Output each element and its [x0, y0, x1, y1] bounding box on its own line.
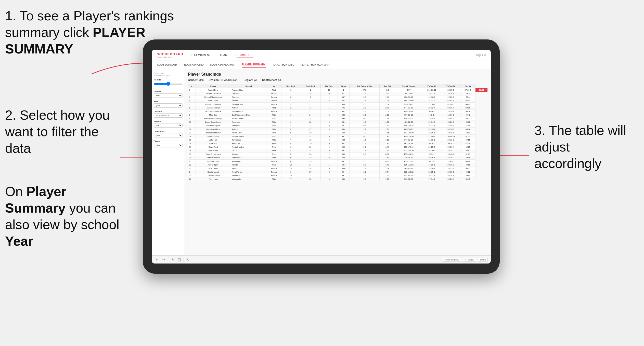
table-cell: 12-10-2 [422, 95, 441, 99]
nav-sign-out[interactable]: Sign out [476, 54, 486, 57]
table-cell: 3 [188, 95, 196, 99]
table-cell: 42.75 [460, 135, 475, 138]
sub-nav-team-h2h-heatmap[interactable]: TEAM H2H HEATMAP [210, 62, 236, 68]
sub-nav-player-h2h-heatmap[interactable]: PLAYER H2H HEATMAP [301, 62, 329, 68]
table-cell: 22 [300, 135, 320, 138]
table-cell: 35-26-4 [441, 177, 460, 181]
table-cell: North Carolina [231, 135, 266, 138]
col-rank: # [188, 84, 196, 88]
share-btn[interactable]: Share [478, 258, 488, 262]
sub-nav-team-summary[interactable]: TEAM SUMMARY [157, 62, 178, 68]
gender-select[interactable]: Men [154, 93, 183, 98]
table-cell: 4 [281, 149, 300, 153]
table-cell: 5 [281, 128, 300, 131]
table-cell: 48-35-9 [441, 156, 460, 160]
sub-nav-player-summary[interactable]: PLAYER SUMMARY [242, 62, 266, 68]
table-cell: North Carolina [231, 145, 266, 149]
table-cell: 500-155-30 [395, 149, 422, 153]
table-cell: 69.1 [338, 149, 349, 153]
nav-item-committee[interactable]: COMMITTEE [237, 52, 253, 58]
table-cell: 1.41 [380, 135, 395, 138]
table-cell: 547-142-98 [395, 99, 422, 103]
no-rds-slider[interactable] [154, 82, 183, 86]
undo-icon[interactable]: ↩ [155, 257, 159, 262]
table-cell: 1 [338, 88, 349, 92]
nav-item-tournaments[interactable]: TOURNAMENTS [191, 52, 213, 58]
table-title: Player Standings [188, 72, 488, 77]
table-cell: Alex Goff [196, 142, 231, 145]
table-cell: 9 [300, 95, 320, 99]
view-original-btn[interactable]: View: Original [443, 258, 461, 262]
paste-icon[interactable]: 📋 [177, 257, 182, 262]
table-cell: -0.5 [349, 117, 379, 120]
table-cell: 514-111-52 [395, 163, 422, 167]
table-cell: 8-6-1 [422, 113, 441, 117]
table-cell: 429-198-22 [395, 153, 422, 156]
table-cell: 21 [188, 160, 196, 163]
watch-btn[interactable]: 👁 Watch [463, 258, 476, 262]
sidebar-year-section: Year (All) [154, 100, 183, 108]
region-select[interactable]: N/A [154, 123, 183, 128]
annotation-bottom-left: On Player Summary you can also view by s… [5, 183, 122, 250]
table-cell: 40.98 [460, 156, 475, 160]
table-row: 6Jackson KoivunAuburnFirst217167.3-2.02.… [188, 106, 488, 110]
table-cell: 1.50 [380, 124, 395, 128]
table-cell: Fourth [266, 160, 281, 163]
sidebar-no-rds-label: No Rds. [154, 79, 183, 81]
table-cell: -1.5 [349, 120, 379, 124]
table-cell: 5 [188, 103, 196, 106]
table-cell: 13 [188, 131, 196, 135]
sub-nav-player-h2h-grid[interactable]: PLAYER H2H GRID [272, 62, 294, 68]
redo-icon[interactable]: ↪ [161, 257, 166, 262]
table-cell: 11 [188, 124, 196, 128]
table-cell: 25 [300, 177, 320, 181]
table-cell: Ole Miss [231, 92, 266, 95]
table-cell: 2.72 [380, 106, 395, 110]
table-cell: 452-96-12 [395, 174, 422, 177]
table-row: 21Taehoon SongWashingtonFourth423169.1-1… [188, 160, 488, 163]
table-cell: 1 [281, 113, 300, 117]
table-cell: 2 [320, 103, 338, 106]
table-cell: 8-21-1 [422, 153, 441, 156]
table-cell: 2 [320, 113, 338, 117]
sidebar-region-label: Region [154, 120, 183, 122]
year-select[interactable]: (All) [154, 103, 183, 108]
table-cell: 54-51-4 [441, 145, 460, 149]
table-cell: 387-133-16 [395, 124, 422, 128]
col-overall-record: Overall Record [395, 84, 422, 88]
table-cell: -1.6 [349, 177, 379, 181]
nav-item-teams[interactable]: TEAMS [220, 52, 229, 58]
refresh-icon[interactable]: ↻ [186, 257, 190, 262]
table-cell: 38-40-4 [441, 131, 460, 135]
table-cell: 412-221-24 [395, 117, 422, 120]
table-cell: Vanderbilt [231, 156, 266, 160]
table-cell: 1 [281, 99, 300, 103]
sub-nav-team-h2h-grid[interactable]: TEAM H2H GRID [184, 62, 204, 68]
table-cell: Bastien Amat [196, 170, 231, 174]
table-cell: Third [266, 124, 281, 128]
table-row: 10Jacob Skov OlesenArkansasFifth122068.4… [188, 120, 488, 124]
table-cell: 27 [300, 128, 320, 131]
table-cell: 23 [300, 156, 320, 160]
table-row: 23Jack LundinMissouriFourth1124068.6-2.3… [188, 167, 488, 170]
division-select[interactable]: NCAA Division I [154, 113, 183, 118]
table-cell: 1 [320, 131, 338, 135]
copy-icon[interactable]: ⎘ [170, 257, 175, 262]
table-row: 19Tiger ChristensenArizonaThird523269.2-… [188, 153, 488, 156]
table-cell: 6 [188, 106, 196, 110]
table-cell: 1.65 [380, 174, 395, 177]
table-cell: 0 [320, 124, 338, 128]
table-cell: 18-7-3 [441, 142, 460, 145]
table-cell: 1 [281, 170, 300, 174]
table-cell: 2 [320, 153, 338, 156]
table-cell: Nicholas Gabrelcik [196, 110, 231, 113]
table-cell: First [266, 88, 281, 92]
table-cell: New Mexico [231, 170, 266, 174]
player-select[interactable]: (All) [154, 143, 183, 147]
conference-select[interactable]: (All) [154, 133, 183, 137]
table-cell: 0 [320, 167, 338, 170]
table-cell: Fourth [266, 170, 281, 174]
table-cell: 1.68 [380, 167, 395, 170]
toolbar-separator-2 [184, 258, 184, 262]
table-cell: Fifth [266, 156, 281, 160]
